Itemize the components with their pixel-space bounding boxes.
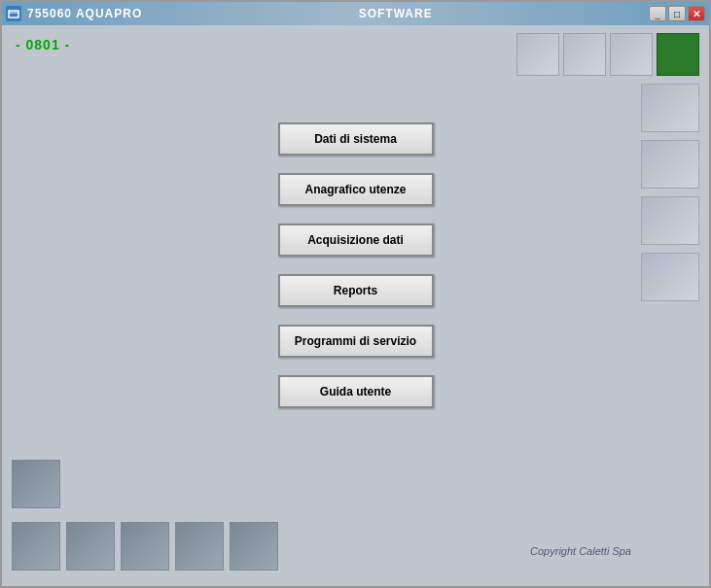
app-icon <box>6 6 21 21</box>
anagrafico-utenze-button[interactable]: Anagrafico utenze <box>278 173 434 206</box>
code-label: - 0801 - <box>16 37 70 52</box>
thumb-3 <box>610 33 653 76</box>
title-right: SOFTWARE <box>359 7 433 20</box>
bottom-left-thumb <box>12 460 60 508</box>
dati-di-sistema-button[interactable]: Dati di sistema <box>278 122 434 156</box>
right-column <box>641 84 699 301</box>
right-thumb-4 <box>641 253 699 301</box>
bottom-thumb-2 <box>66 522 115 571</box>
title-controls: _ □ ✕ <box>649 6 705 21</box>
top-right-thumbs <box>516 33 699 76</box>
bottom-thumb-1 <box>12 522 60 571</box>
minimize-button[interactable]: _ <box>649 6 666 21</box>
title-bar-left: 755060 AQUAPRO <box>6 6 142 21</box>
right-thumb-3 <box>641 196 699 245</box>
maximize-button[interactable]: □ <box>668 6 686 21</box>
close-button[interactable]: ✕ <box>688 6 705 21</box>
guida-utente-button[interactable]: Guida utente <box>278 375 434 408</box>
bottom-thumb-5 <box>230 522 278 571</box>
title-left: 755060 AQUAPRO <box>27 7 142 20</box>
main-window: 755060 AQUAPRO SOFTWARE _ □ ✕ - 0801 - <box>0 0 711 588</box>
bottom-thumb-3 <box>121 522 169 571</box>
right-thumb-2 <box>641 140 699 189</box>
right-thumb-1 <box>641 84 699 132</box>
buttons-container: Dati di sistema Anagrafico utenze Acquis… <box>2 103 709 422</box>
svg-rect-0 <box>9 11 18 17</box>
title-bar: 755060 AQUAPRO SOFTWARE _ □ ✕ <box>2 2 709 25</box>
thumb-1 <box>516 33 559 76</box>
copyright: Copyright Caletti Spa <box>530 545 631 557</box>
main-content: - 0801 - Dati di sistema Anagrafico uten… <box>2 25 709 586</box>
thumb-2 <box>563 33 606 76</box>
programmi-di-servizio-button[interactable]: Programmi di servizio <box>278 325 434 358</box>
bottom-thumb-4 <box>175 522 224 571</box>
acquisizione-dati-button[interactable]: Acquisizione dati <box>278 224 434 257</box>
reports-button[interactable]: Reports <box>278 274 434 307</box>
bottom-row <box>12 522 278 571</box>
thumb-green <box>657 33 699 76</box>
